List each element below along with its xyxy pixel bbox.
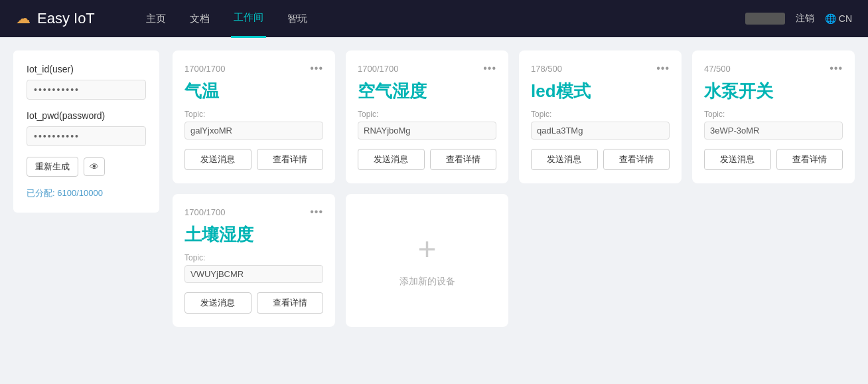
device-grid: 1700/1700 ••• 气温 Topic: 发送消息 查看详情 1700/1… <box>173 50 855 371</box>
add-device-card[interactable]: + 添加新的设备 <box>346 194 508 327</box>
logo: ☁ Easy IoT <box>16 10 122 27</box>
card-topic-label: Topic: <box>704 110 843 119</box>
card-topic-label: Topic: <box>531 110 670 119</box>
toggle-visibility-button[interactable]: 👁 <box>84 157 105 176</box>
card-topic-input[interactable] <box>184 122 323 140</box>
add-device-label: 添加新的设备 <box>399 276 455 288</box>
card-header: 47/500 ••• <box>704 62 843 74</box>
card-header: 178/500 ••• <box>531 62 670 74</box>
card-more-button[interactable]: ••• <box>310 62 323 74</box>
nav-home[interactable]: 主页 <box>143 1 169 37</box>
view-detail-button[interactable]: 查看详情 <box>430 149 497 170</box>
view-detail-button[interactable]: 查看详情 <box>257 149 324 170</box>
card-title: 土壤湿度 <box>184 223 323 246</box>
send-message-button[interactable]: 发送消息 <box>358 149 425 170</box>
card-title: 气温 <box>184 80 323 103</box>
main-nav: 主页 文档 工作间 智玩 <box>143 0 724 38</box>
card-topic-input[interactable] <box>704 122 843 140</box>
send-message-button[interactable]: 发送消息 <box>184 149 252 170</box>
user-bar <box>745 13 785 25</box>
card-title: 空气湿度 <box>358 80 496 103</box>
card-topic-input[interactable] <box>358 122 496 140</box>
iot-id-label: Iot_id(user) <box>27 64 146 74</box>
view-detail-button[interactable]: 查看详情 <box>776 149 843 170</box>
device-card: 1700/1700 ••• 土壤湿度 Topic: 发送消息 查看详情 <box>173 194 335 327</box>
send-message-button[interactable]: 发送消息 <box>531 149 598 170</box>
eye-icon: 👁 <box>90 161 99 172</box>
sidebar-actions: 重新生成 👁 <box>27 157 146 177</box>
card-header: 1700/1700 ••• <box>358 62 496 74</box>
card-topic-label: Topic: <box>184 253 323 262</box>
device-card: 1700/1700 ••• 空气湿度 Topic: 发送消息 查看详情 <box>346 50 508 183</box>
card-topic-input[interactable] <box>531 122 670 140</box>
card-topic-input[interactable] <box>184 265 323 283</box>
card-topic-label: Topic: <box>184 110 323 119</box>
nav-play[interactable]: 智玩 <box>285 1 310 37</box>
lang-label: CN <box>839 13 852 24</box>
card-actions: 发送消息 查看详情 <box>184 149 323 170</box>
card-count: 1700/1700 <box>184 207 225 217</box>
view-detail-button[interactable]: 查看详情 <box>257 292 324 314</box>
device-card: 178/500 ••• led模式 Topic: 发送消息 查看详情 <box>519 50 682 183</box>
card-more-button[interactable]: ••• <box>483 62 496 74</box>
card-count: 1700/1700 <box>358 64 398 74</box>
card-more-button[interactable]: ••• <box>830 62 843 74</box>
device-card: 47/500 ••• 水泵开关 Topic: 发送消息 查看详情 <box>692 50 855 183</box>
card-header: 1700/1700 ••• <box>184 62 323 74</box>
iot-pwd-label: Iot_pwd(password) <box>27 110 146 121</box>
nav-workspace[interactable]: 工作间 <box>231 0 266 38</box>
nav-docs[interactable]: 文档 <box>187 1 212 37</box>
main-content: Iot_id(user) Iot_pwd(password) 重新生成 👁 已分… <box>0 37 868 384</box>
card-header: 1700/1700 ••• <box>184 206 323 218</box>
header-right: 注销 🌐 CN <box>745 13 852 25</box>
card-actions: 发送消息 查看详情 <box>531 149 670 170</box>
card-count: 47/500 <box>704 64 731 74</box>
globe-icon: 🌐 <box>825 13 836 24</box>
iot-id-input[interactable] <box>27 80 146 100</box>
card-more-button[interactable]: ••• <box>656 62 670 74</box>
card-actions: 发送消息 查看详情 <box>704 149 843 170</box>
iot-pwd-input[interactable] <box>27 126 146 146</box>
card-topic-label: Topic: <box>358 110 496 119</box>
card-title: 水泵开关 <box>704 80 843 103</box>
allocation-info: 已分配: 6100/10000 <box>27 187 146 199</box>
logout-button[interactable]: 注销 <box>796 13 814 25</box>
card-more-button[interactable]: ••• <box>310 206 323 218</box>
add-icon: + <box>417 233 436 265</box>
view-detail-button[interactable]: 查看详情 <box>603 149 670 170</box>
language-button[interactable]: 🌐 CN <box>825 13 852 24</box>
card-actions: 发送消息 查看详情 <box>358 149 496 170</box>
send-message-button[interactable]: 发送消息 <box>704 149 771 170</box>
regen-button[interactable]: 重新生成 <box>27 157 78 177</box>
device-card: 1700/1700 ••• 气温 Topic: 发送消息 查看详情 <box>173 50 335 183</box>
card-count: 1700/1700 <box>184 64 225 74</box>
card-actions: 发送消息 查看详情 <box>184 292 323 314</box>
card-title: led模式 <box>531 80 670 103</box>
logo-text: Easy IoT <box>37 10 95 27</box>
card-count: 178/500 <box>531 64 562 74</box>
credentials-sidebar: Iot_id(user) Iot_pwd(password) 重新生成 👁 已分… <box>13 50 159 213</box>
logo-icon: ☁ <box>16 10 31 27</box>
send-message-button[interactable]: 发送消息 <box>184 292 252 314</box>
app-header: ☁ Easy IoT 主页 文档 工作间 智玩 注销 🌐 CN <box>0 0 868 37</box>
